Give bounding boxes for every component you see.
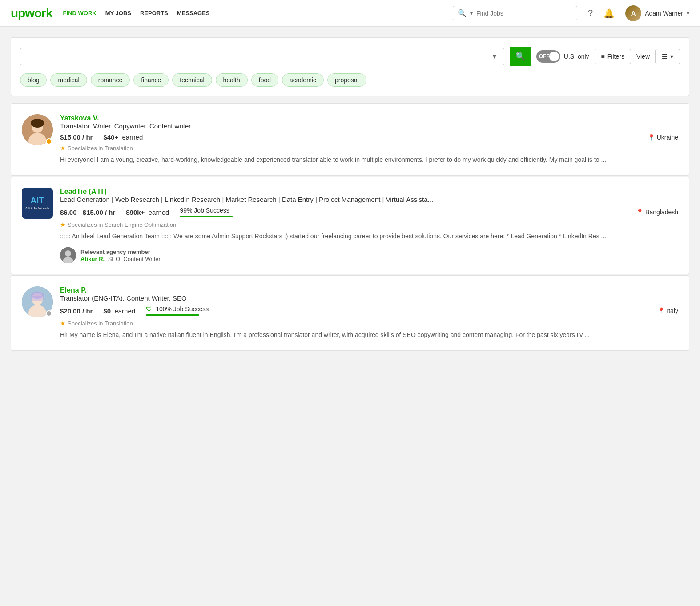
search-field[interactable]: content writer ▼ bbox=[20, 48, 504, 65]
nav-reports[interactable]: REPORTS bbox=[140, 10, 168, 16]
agency-member-name[interactable]: Atikur R. bbox=[80, 256, 105, 262]
agency-member-role: SEO, Content Writer bbox=[106, 256, 161, 262]
header-search-bar[interactable]: 🔍 ▾ bbox=[453, 6, 577, 20]
search-button-icon: 🔍 bbox=[515, 52, 525, 61]
us-only-toggle[interactable]: OFF bbox=[536, 50, 560, 63]
agency-member: Relevant agency member Atikur R. SEO, Co… bbox=[60, 247, 678, 263]
tag-food[interactable]: food bbox=[251, 73, 278, 87]
rate: $6.00 - $15.00 / hr bbox=[60, 209, 115, 216]
card-meta: $20.00 / hr $0 earned 🛡 100% Job Success bbox=[60, 305, 678, 316]
toggle-container: OFF U.S. only bbox=[536, 50, 589, 63]
search-section: content writer ▼ 🔍 OFF U.S. only ≡ Filte… bbox=[11, 37, 689, 96]
bio: Hi! My name is Elena, and I'm a native I… bbox=[60, 330, 678, 340]
header-search-input[interactable] bbox=[476, 10, 572, 17]
main-nav: FIND WORK MY JOBS REPORTS MESSAGES bbox=[63, 10, 210, 16]
job-success-row: 🛡 100% Job Success bbox=[146, 305, 209, 313]
earned-label: earned bbox=[149, 209, 169, 216]
agency-logo: AIT Atik Infotech bbox=[22, 188, 53, 219]
user-menu[interactable]: A Adam Warner ▾ bbox=[625, 5, 689, 21]
result-card: Elena P. Translator (ENG-ITA), Content W… bbox=[11, 275, 689, 351]
tag-medical[interactable]: medical bbox=[50, 73, 87, 87]
location-icon: 📍 bbox=[657, 307, 665, 314]
freelancer-name[interactable]: LeadTie (A IT) bbox=[60, 188, 678, 196]
card-top: Yatskova V. Translator. Writer. Copywrit… bbox=[22, 114, 678, 165]
star-icon: ★ bbox=[60, 144, 66, 152]
success-bar bbox=[180, 216, 233, 217]
specializes-text: Specializes in Translation bbox=[68, 145, 133, 152]
nav-messages[interactable]: MESSAGES bbox=[177, 10, 210, 16]
svg-rect-11 bbox=[31, 296, 44, 301]
success-bar-wrap bbox=[146, 314, 199, 316]
location: 📍 Italy bbox=[657, 307, 678, 314]
tag-romance[interactable]: romance bbox=[91, 73, 130, 87]
specializes-text: Specializes in Search Engine Optimizatio… bbox=[68, 221, 176, 228]
filters-button[interactable]: ≡ Filters bbox=[595, 49, 631, 64]
agency-label: Relevant agency member bbox=[80, 249, 161, 255]
location-text: Italy bbox=[667, 307, 678, 314]
avatar-wrap: AIT Atik Infotech bbox=[22, 188, 53, 219]
agency-info: Relevant agency member Atikur R. SEO, Co… bbox=[80, 249, 161, 262]
view-list-icon: ☰ bbox=[662, 53, 668, 60]
freelancer-title: Translator. Writer. Copywriter. Content … bbox=[60, 122, 678, 130]
nav-find-work[interactable]: FIND WORK bbox=[63, 10, 97, 16]
toggle-label: OFF bbox=[539, 53, 550, 60]
logo-text: upwork bbox=[11, 6, 52, 20]
tag-blog[interactable]: blog bbox=[20, 73, 47, 87]
tag-finance[interactable]: finance bbox=[133, 73, 169, 87]
avatar-wrap bbox=[22, 114, 53, 145]
star-icon: ★ bbox=[60, 221, 66, 228]
freelancer-title: Translator (ENG-ITA), Content Writer, SE… bbox=[60, 294, 678, 302]
tag-academic[interactable]: academic bbox=[282, 73, 324, 87]
agency-member-image bbox=[60, 247, 76, 263]
tag-technical[interactable]: technical bbox=[172, 73, 212, 87]
card-top: Elena P. Translator (ENG-ITA), Content W… bbox=[22, 286, 678, 340]
main-content: content writer ▼ 🔍 OFF U.S. only ≡ Filte… bbox=[0, 27, 700, 362]
earned-value: $40+ bbox=[103, 133, 118, 141]
earned-value: $0 bbox=[103, 307, 111, 315]
freelancer-title: Lead Generation | Web Research | LinkedI… bbox=[60, 196, 678, 203]
freelancer-name[interactable]: Yatskova V. bbox=[60, 114, 678, 122]
specializes: ★ Specializes in Translation bbox=[60, 320, 678, 327]
avatar-wrap bbox=[22, 286, 53, 317]
card-meta: $15.00 / hr $40+ earned 📍 Ukraine bbox=[60, 133, 678, 141]
help-icon[interactable]: ? bbox=[588, 8, 593, 18]
location-text: Bangladesh bbox=[645, 209, 678, 216]
bio: Hi everyone! I am a young, creative, har… bbox=[60, 155, 678, 165]
specializes: ★ Specializes in Search Engine Optimizat… bbox=[60, 221, 678, 228]
earned-info: $90k+ earned bbox=[126, 209, 169, 216]
notification-icon[interactable]: 🔔 bbox=[603, 8, 615, 19]
search-input[interactable]: content writer bbox=[27, 53, 488, 60]
job-success: 99% Job Success bbox=[180, 207, 233, 217]
search-dropdown-icon[interactable]: ▼ bbox=[491, 53, 498, 60]
card-meta: $6.00 - $15.00 / hr $90k+ earned 99% Job… bbox=[60, 207, 678, 217]
card-body: LeadTie (A IT) Lead Generation | Web Res… bbox=[60, 188, 678, 263]
search-button[interactable]: 🔍 bbox=[510, 47, 531, 66]
search-row: content writer ▼ 🔍 OFF U.S. only ≡ Filte… bbox=[20, 47, 680, 66]
result-card: AIT Atik Infotech LeadTie (A IT) Lead Ge… bbox=[11, 177, 689, 274]
location: 📍 Bangladesh bbox=[636, 209, 678, 216]
tag-proposal[interactable]: proposal bbox=[327, 73, 366, 87]
nav-my-jobs[interactable]: MY JOBS bbox=[105, 10, 131, 16]
result-card: Yatskova V. Translator. Writer. Copywrit… bbox=[11, 103, 689, 176]
earned-value: $90k+ bbox=[126, 209, 145, 216]
tag-health[interactable]: health bbox=[216, 73, 248, 87]
location-icon: 📍 bbox=[636, 209, 644, 216]
results-list: Yatskova V. Translator. Writer. Copywrit… bbox=[11, 103, 689, 352]
status-dot-online bbox=[46, 138, 52, 144]
view-label: View bbox=[636, 53, 650, 60]
user-name: Adam Warner bbox=[645, 10, 683, 17]
view-toggle-button[interactable]: ☰ ▾ bbox=[655, 49, 680, 64]
status-dot-offline bbox=[46, 310, 52, 317]
header-search-dropdown[interactable]: ▾ bbox=[470, 10, 473, 16]
rate: $20.00 / hr bbox=[60, 307, 93, 315]
agency-member-line: Atikur R. SEO, Content Writer bbox=[80, 255, 161, 262]
job-success-text: 99% Job Success bbox=[180, 207, 229, 214]
card-body: Elena P. Translator (ENG-ITA), Content W… bbox=[60, 286, 678, 340]
job-success-text: 100% Job Success bbox=[156, 305, 209, 313]
svg-point-3 bbox=[31, 119, 44, 128]
freelancer-name[interactable]: Elena P. bbox=[60, 286, 678, 294]
user-menu-chevron[interactable]: ▾ bbox=[687, 10, 689, 16]
agency-member-avatar bbox=[60, 247, 76, 263]
success-bar bbox=[146, 314, 199, 316]
bio: :::::: An Ideal Lead Generation Team :::… bbox=[60, 232, 678, 241]
